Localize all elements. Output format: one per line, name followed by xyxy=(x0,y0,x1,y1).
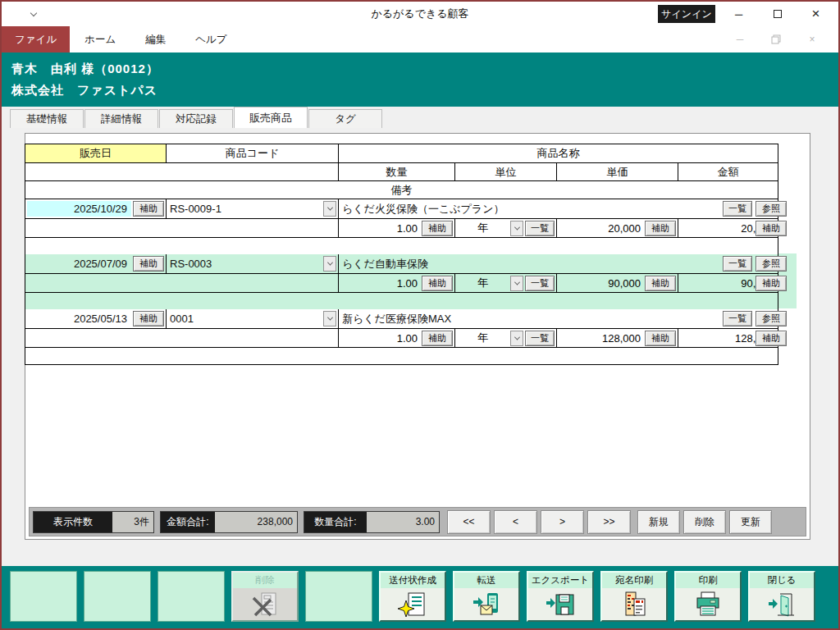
qty-field[interactable]: 1.00 xyxy=(339,332,422,345)
minimize-button[interactable]: ─ xyxy=(719,2,758,26)
amount-assist-button[interactable]: 補助 xyxy=(756,276,787,291)
product-name-field[interactable]: らくだ火災保険（一こぶプラン） xyxy=(339,201,778,217)
amount-assist-button[interactable]: 補助 xyxy=(756,221,787,236)
product-name-field[interactable]: 新らくだ医療保険MAX xyxy=(339,311,778,326)
name-list-button[interactable]: 一覧 xyxy=(723,256,752,272)
toolbar-print-label: 印刷 xyxy=(676,573,740,588)
header-note: 備考 xyxy=(25,181,778,199)
unit-price-field[interactable]: 90,000 xyxy=(557,277,645,290)
qty-assist-button[interactable]: 補助 xyxy=(422,221,453,236)
toolbar-cover-letter-button[interactable]: 送付状作成 xyxy=(379,571,446,622)
unit-price-field[interactable]: 128,000 xyxy=(557,332,645,345)
update-record-button[interactable]: 更新 xyxy=(729,510,772,534)
toolbar-address-print-button[interactable]: 宛名印刷 xyxy=(600,571,668,622)
unit-list-button[interactable]: 一覧 xyxy=(525,331,555,346)
name-list-button[interactable]: 一覧 xyxy=(723,201,752,217)
menu-item-file[interactable]: ファイル xyxy=(2,26,70,52)
qty-assist-button[interactable]: 補助 xyxy=(422,276,453,291)
unit-dropdown-arrow-icon[interactable] xyxy=(510,331,523,346)
product-code-field[interactable]: RS-0003 xyxy=(167,256,323,272)
name-ref-button[interactable]: 参照 xyxy=(756,256,787,272)
qty-field[interactable]: 1.00 xyxy=(339,222,422,235)
unit-list-button[interactable]: 一覧 xyxy=(525,276,555,291)
record-action-group: 新規 削除 更新 xyxy=(637,510,775,534)
sale-date-field[interactable]: 2025/05/13 xyxy=(27,311,131,326)
sale-date-field[interactable]: 2025/07/09 xyxy=(27,256,131,272)
cover-letter-icon xyxy=(398,591,427,619)
unit-field[interactable]: 年 xyxy=(455,276,510,290)
unit-price-field[interactable]: 20,000 xyxy=(557,222,645,235)
product-name-field[interactable]: らくだ自動車保険 xyxy=(339,256,778,272)
date-assist-button[interactable]: 補助 xyxy=(133,201,164,217)
tab-basic-info[interactable]: 基礎情報 xyxy=(10,109,84,128)
sales-products-panel: 販売日 商品コード 商品名称 数量 単位 単価 金額 備考 2025/10/2 xyxy=(25,133,810,540)
child-minimize-button[interactable]: ─ xyxy=(722,34,758,45)
tab-sales-products[interactable]: 販売商品 xyxy=(234,107,308,128)
close-button[interactable]: × xyxy=(797,2,835,26)
toolbar-transfer-button[interactable]: 転送 xyxy=(453,571,520,622)
date-assist-button[interactable]: 補助 xyxy=(133,311,164,326)
amount-assist-button[interactable]: 補助 xyxy=(756,331,787,346)
price-assist-button[interactable]: 補助 xyxy=(645,331,676,346)
toolbar-close-label: 閉じる xyxy=(750,573,814,588)
note-row xyxy=(25,348,778,364)
toolbar-print-button[interactable]: 印刷 xyxy=(674,571,742,622)
delete-record-button[interactable]: 削除 xyxy=(683,510,726,534)
name-ref-button[interactable]: 参照 xyxy=(756,311,787,326)
name-ref-button[interactable]: 参照 xyxy=(756,201,787,217)
name-list-button[interactable]: 一覧 xyxy=(723,311,752,326)
toolbar-export-button[interactable]: エクスポート xyxy=(527,571,594,622)
nav-prev-button[interactable]: < xyxy=(494,510,537,534)
signin-button[interactable]: サインイン xyxy=(658,5,715,23)
delete-icon xyxy=(250,591,280,619)
menu-item-edit[interactable]: 編集 xyxy=(130,26,180,52)
code-dropdown-arrow-icon[interactable] xyxy=(323,311,336,326)
qty-field[interactable]: 1.00 xyxy=(339,277,422,290)
table-row: 2025/05/13 補助 0001 新らくだ医療保険MAX 一覧 参照 xyxy=(25,309,778,329)
nav-first-button[interactable]: << xyxy=(447,510,491,534)
product-code-field[interactable]: 0001 xyxy=(167,311,323,326)
table-header-row-1: 販売日 商品コード 商品名称 xyxy=(25,144,778,163)
close-door-icon xyxy=(767,591,797,619)
product-row-group: 2025/05/13 補助 0001 新らくだ医療保険MAX 一覧 参照 xyxy=(25,309,778,364)
nav-next-button[interactable]: > xyxy=(541,510,584,534)
tab-correspondence[interactable]: 対応記録 xyxy=(159,109,233,128)
maximize-button[interactable] xyxy=(758,2,797,26)
app-window: かるがるできる顧客 サインイン ─ × ファイル ホーム 編集 ヘルプ ─ × … xyxy=(0,0,840,630)
maximize-icon xyxy=(774,10,782,18)
unit-dropdown-arrow-icon[interactable] xyxy=(510,276,523,291)
header-unit: 単位 xyxy=(455,163,557,180)
status-bar: 表示件数 3件 金額合計: 238,000 数量合計: 3.00 << < > … xyxy=(29,507,806,536)
unit-dropdown-arrow-icon[interactable] xyxy=(510,221,523,236)
code-dropdown-arrow-icon[interactable] xyxy=(323,201,336,217)
qty-total-label: 数量合計: xyxy=(304,512,367,532)
tab-tags[interactable]: タグ xyxy=(308,109,382,128)
unit-field[interactable]: 年 xyxy=(455,221,510,235)
customer-header: 青木 由利 様（00012） 株式会社 ファストパス xyxy=(2,52,838,107)
new-record-button[interactable]: 新規 xyxy=(637,510,680,534)
menu-item-home[interactable]: ホーム xyxy=(70,26,130,52)
restore-icon xyxy=(771,34,781,44)
nav-last-button[interactable]: >> xyxy=(587,510,631,534)
amount-total-label: 金額合計: xyxy=(161,512,215,532)
export-icon xyxy=(546,591,575,619)
row-spacer xyxy=(25,274,339,292)
header-amount: 金額 xyxy=(678,163,778,180)
child-restore-button[interactable] xyxy=(758,34,794,44)
toolbar-close-button[interactable]: 閉じる xyxy=(748,571,815,622)
date-assist-button[interactable]: 補助 xyxy=(133,256,164,272)
unit-field[interactable]: 年 xyxy=(455,331,510,345)
table-row: 1.00 補助 年 一覧 128,000 補助 128,000 補助 xyxy=(25,329,778,348)
qty-assist-button[interactable]: 補助 xyxy=(422,331,453,346)
price-assist-button[interactable]: 補助 xyxy=(645,221,676,236)
product-code-field[interactable]: RS-0009-1 xyxy=(167,201,323,217)
child-close-button[interactable]: × xyxy=(794,34,830,45)
tab-detail-info[interactable]: 詳細情報 xyxy=(84,109,158,128)
table-row: 1.00 補助 年 一覧 90,000 補助 90,000 補助 xyxy=(25,274,778,293)
menu-item-help[interactable]: ヘルプ xyxy=(180,26,241,52)
price-assist-button[interactable]: 補助 xyxy=(645,276,676,291)
unit-list-button[interactable]: 一覧 xyxy=(525,221,555,236)
toolbar-delete-button: 削除 xyxy=(231,571,299,622)
code-dropdown-arrow-icon[interactable] xyxy=(323,256,336,272)
sale-date-field[interactable]: 2025/10/29 xyxy=(27,201,131,217)
